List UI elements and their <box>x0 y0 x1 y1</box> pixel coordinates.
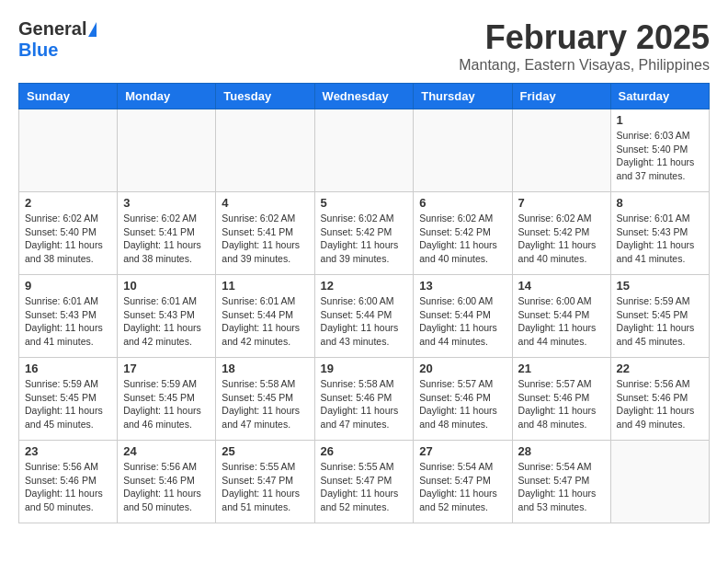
day-info: Sunrise: 5:55 AM Sunset: 5:47 PM Dayligh… <box>321 460 408 514</box>
header-saturday: Saturday <box>610 84 709 109</box>
calendar-header-row: SundayMondayTuesdayWednesdayThursdayFrid… <box>19 84 710 109</box>
calendar-table: SundayMondayTuesdayWednesdayThursdayFrid… <box>18 83 710 523</box>
calendar-cell: 14Sunrise: 6:00 AM Sunset: 5:44 PM Dayli… <box>512 275 610 358</box>
day-number: 1 <box>617 113 703 127</box>
calendar-cell <box>512 109 610 192</box>
calendar-cell: 9Sunrise: 6:01 AM Sunset: 5:43 PM Daylig… <box>19 275 118 358</box>
calendar-cell: 4Sunrise: 6:02 AM Sunset: 5:41 PM Daylig… <box>216 192 314 275</box>
location-subtitle: Mantang, Eastern Visayas, Philippines <box>459 57 710 74</box>
calendar-cell: 11Sunrise: 6:01 AM Sunset: 5:44 PM Dayli… <box>216 275 314 358</box>
calendar-cell <box>610 441 709 523</box>
day-number: 9 <box>25 279 111 293</box>
day-number: 21 <box>518 362 605 375</box>
day-number: 11 <box>222 279 308 293</box>
day-number: 16 <box>25 362 111 375</box>
day-number: 7 <box>518 196 605 210</box>
day-info: Sunrise: 5:54 AM Sunset: 5:47 PM Dayligh… <box>518 460 605 514</box>
calendar-cell: 19Sunrise: 5:58 AM Sunset: 5:46 PM Dayli… <box>314 358 414 441</box>
calendar-cell <box>414 109 512 192</box>
calendar-cell: 25Sunrise: 5:55 AM Sunset: 5:47 PM Dayli… <box>216 441 314 523</box>
day-number: 26 <box>321 444 408 458</box>
calendar-cell: 13Sunrise: 6:00 AM Sunset: 5:44 PM Dayli… <box>414 275 512 358</box>
day-number: 4 <box>222 196 308 210</box>
day-info: Sunrise: 5:54 AM Sunset: 5:47 PM Dayligh… <box>419 460 506 514</box>
day-info: Sunrise: 6:01 AM Sunset: 5:43 PM Dayligh… <box>25 294 111 349</box>
calendar-cell: 6Sunrise: 6:02 AM Sunset: 5:42 PM Daylig… <box>414 192 512 275</box>
day-info: Sunrise: 5:59 AM Sunset: 5:45 PM Dayligh… <box>123 377 210 431</box>
page-header: General Blue February 2025 Mantang, East… <box>18 18 710 74</box>
calendar-cell: 5Sunrise: 6:02 AM Sunset: 5:42 PM Daylig… <box>314 192 414 275</box>
day-number: 12 <box>321 279 408 293</box>
day-info: Sunrise: 6:00 AM Sunset: 5:44 PM Dayligh… <box>321 294 408 349</box>
calendar-cell: 10Sunrise: 6:01 AM Sunset: 5:43 PM Dayli… <box>118 275 216 358</box>
day-number: 15 <box>617 279 703 293</box>
day-info: Sunrise: 6:02 AM Sunset: 5:42 PM Dayligh… <box>419 212 506 266</box>
header-wednesday: Wednesday <box>314 84 414 109</box>
week-row-5: 23Sunrise: 5:56 AM Sunset: 5:46 PM Dayli… <box>19 441 710 523</box>
calendar-cell <box>118 109 216 192</box>
month-title: February 2025 <box>459 18 710 57</box>
day-info: Sunrise: 6:01 AM Sunset: 5:44 PM Dayligh… <box>222 294 308 349</box>
day-number: 6 <box>419 196 506 210</box>
calendar-cell: 8Sunrise: 6:01 AM Sunset: 5:43 PM Daylig… <box>610 192 709 275</box>
calendar-cell: 20Sunrise: 5:57 AM Sunset: 5:46 PM Dayli… <box>414 358 512 441</box>
logo-general-text: General <box>18 18 86 40</box>
day-number: 3 <box>123 196 210 210</box>
title-area: February 2025 Mantang, Eastern Visayas, … <box>459 18 710 74</box>
week-row-3: 9Sunrise: 6:01 AM Sunset: 5:43 PM Daylig… <box>19 275 710 358</box>
day-info: Sunrise: 6:02 AM Sunset: 5:42 PM Dayligh… <box>518 212 605 266</box>
header-tuesday: Tuesday <box>216 84 314 109</box>
day-number: 20 <box>419 362 506 375</box>
day-number: 19 <box>321 362 408 375</box>
header-friday: Friday <box>512 84 610 109</box>
calendar-cell: 1Sunrise: 6:03 AM Sunset: 5:40 PM Daylig… <box>610 109 709 192</box>
day-info: Sunrise: 5:58 AM Sunset: 5:46 PM Dayligh… <box>321 377 408 431</box>
day-info: Sunrise: 6:01 AM Sunset: 5:43 PM Dayligh… <box>617 212 703 266</box>
day-info: Sunrise: 5:56 AM Sunset: 5:46 PM Dayligh… <box>25 460 111 514</box>
calendar-cell: 2Sunrise: 6:02 AM Sunset: 5:40 PM Daylig… <box>19 192 118 275</box>
day-number: 24 <box>123 444 210 458</box>
day-number: 14 <box>518 279 605 293</box>
header-sunday: Sunday <box>19 84 118 109</box>
day-info: Sunrise: 6:02 AM Sunset: 5:41 PM Dayligh… <box>222 212 308 266</box>
day-info: Sunrise: 6:01 AM Sunset: 5:43 PM Dayligh… <box>123 294 210 349</box>
calendar-cell: 3Sunrise: 6:02 AM Sunset: 5:41 PM Daylig… <box>118 192 216 275</box>
day-number: 28 <box>518 444 605 458</box>
day-number: 8 <box>617 196 703 210</box>
calendar-cell: 24Sunrise: 5:56 AM Sunset: 5:46 PM Dayli… <box>118 441 216 523</box>
day-info: Sunrise: 5:56 AM Sunset: 5:46 PM Dayligh… <box>123 460 210 514</box>
header-monday: Monday <box>118 84 216 109</box>
calendar-cell: 7Sunrise: 6:02 AM Sunset: 5:42 PM Daylig… <box>512 192 610 275</box>
day-info: Sunrise: 5:57 AM Sunset: 5:46 PM Dayligh… <box>518 377 605 431</box>
calendar-cell: 27Sunrise: 5:54 AM Sunset: 5:47 PM Dayli… <box>414 441 512 523</box>
day-info: Sunrise: 5:55 AM Sunset: 5:47 PM Dayligh… <box>222 460 308 514</box>
day-info: Sunrise: 5:56 AM Sunset: 5:46 PM Dayligh… <box>617 377 703 431</box>
calendar-cell <box>216 109 314 192</box>
calendar-cell: 17Sunrise: 5:59 AM Sunset: 5:45 PM Dayli… <box>118 358 216 441</box>
calendar-cell: 18Sunrise: 5:58 AM Sunset: 5:45 PM Dayli… <box>216 358 314 441</box>
day-number: 2 <box>25 196 111 210</box>
day-number: 25 <box>222 444 308 458</box>
week-row-2: 2Sunrise: 6:02 AM Sunset: 5:40 PM Daylig… <box>19 192 710 275</box>
calendar-cell: 16Sunrise: 5:59 AM Sunset: 5:45 PM Dayli… <box>19 358 118 441</box>
day-info: Sunrise: 6:00 AM Sunset: 5:44 PM Dayligh… <box>518 294 605 349</box>
week-row-1: 1Sunrise: 6:03 AM Sunset: 5:40 PM Daylig… <box>19 109 710 192</box>
day-info: Sunrise: 5:59 AM Sunset: 5:45 PM Dayligh… <box>25 377 111 431</box>
day-info: Sunrise: 5:59 AM Sunset: 5:45 PM Dayligh… <box>617 294 703 349</box>
calendar-cell: 23Sunrise: 5:56 AM Sunset: 5:46 PM Dayli… <box>19 441 118 523</box>
calendar-cell: 28Sunrise: 5:54 AM Sunset: 5:47 PM Dayli… <box>512 441 610 523</box>
day-info: Sunrise: 6:00 AM Sunset: 5:44 PM Dayligh… <box>419 294 506 349</box>
day-number: 17 <box>123 362 210 375</box>
day-info: Sunrise: 6:02 AM Sunset: 5:41 PM Dayligh… <box>123 212 210 266</box>
day-number: 18 <box>222 362 308 375</box>
logo: General Blue <box>18 18 97 61</box>
day-info: Sunrise: 6:02 AM Sunset: 5:42 PM Dayligh… <box>321 212 408 266</box>
calendar-cell: 22Sunrise: 5:56 AM Sunset: 5:46 PM Dayli… <box>610 358 709 441</box>
day-number: 13 <box>419 279 506 293</box>
day-number: 10 <box>123 279 210 293</box>
calendar-cell: 21Sunrise: 5:57 AM Sunset: 5:46 PM Dayli… <box>512 358 610 441</box>
day-info: Sunrise: 5:58 AM Sunset: 5:45 PM Dayligh… <box>222 377 308 431</box>
logo-arrow-icon <box>88 22 97 37</box>
header-thursday: Thursday <box>414 84 512 109</box>
logo-blue-text: Blue <box>18 40 58 60</box>
